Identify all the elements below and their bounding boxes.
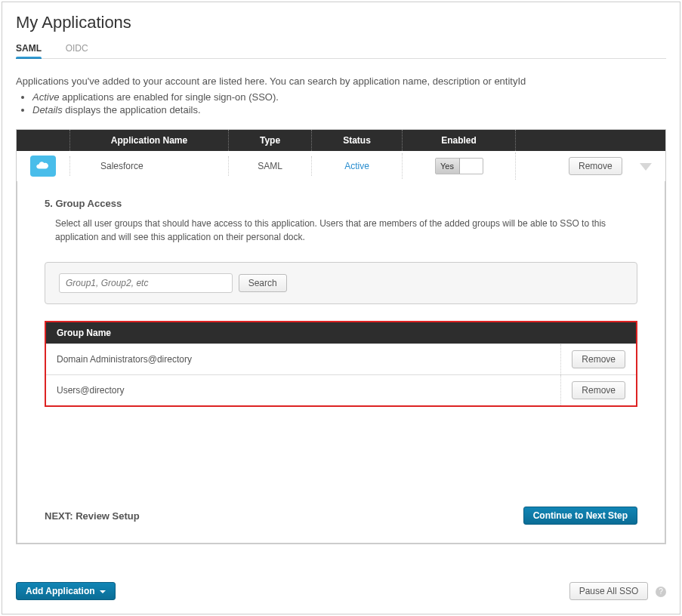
bullet-details: Details displays the application details…: [32, 104, 666, 116]
group-search-button[interactable]: Search: [239, 274, 287, 292]
header-status: Status: [311, 130, 402, 151]
tab-oidc[interactable]: OIDC: [66, 40, 88, 58]
group-row: Domain Administrators@directory Remove: [46, 343, 636, 374]
pause-all-sso-button[interactable]: Pause All SSO: [569, 582, 649, 600]
step-description: Select all user groups that should have …: [55, 217, 637, 244]
bullet-active-em: Active: [32, 91, 59, 103]
header-application-name: Application Name: [69, 130, 228, 151]
group-row: Users@directory Remove: [46, 374, 636, 405]
remove-app-button[interactable]: Remove: [569, 157, 622, 175]
tab-saml[interactable]: SAML: [16, 40, 42, 58]
step-title: 5. Group Access: [45, 198, 637, 209]
status-link[interactable]: Active: [344, 161, 369, 171]
tab-bar: SAML OIDC: [16, 40, 666, 59]
cell-type: SAML: [228, 156, 311, 176]
cell-app-name: Salesforce: [69, 156, 228, 176]
salesforce-cloud-icon: [30, 156, 56, 177]
help-icon[interactable]: ?: [656, 587, 666, 597]
bullet-details-rest: displays the application details.: [63, 104, 201, 116]
group-name: Domain Administrators@directory: [46, 346, 560, 372]
bullet-details-em: Details: [32, 104, 63, 116]
enabled-toggle[interactable]: Yes: [435, 158, 483, 174]
group-table-header: Group Name: [46, 322, 636, 343]
bullet-active: Active applications are enabled for sing…: [32, 91, 666, 103]
table-row: Salesforce SAML Active Yes Remove: [17, 151, 665, 181]
add-application-button[interactable]: Add Application: [16, 582, 116, 600]
header-type: Type: [228, 130, 311, 151]
intro-bullets: Active applications are enabled for sing…: [32, 91, 666, 116]
group-search-box: Search: [45, 262, 637, 304]
group-search-input[interactable]: [59, 273, 233, 293]
group-name: Users@directory: [46, 377, 560, 403]
remove-group-button[interactable]: Remove: [572, 350, 625, 368]
toggle-yes-label: Yes: [436, 159, 460, 174]
next-label: NEXT: Review Setup: [45, 510, 140, 522]
group-table: Group Name Domain Administrators@directo…: [45, 321, 637, 407]
detail-panel: 5. Group Access Select all user groups t…: [17, 181, 665, 544]
applications-table: Application Name Type Status Enabled Sal…: [16, 129, 666, 544]
bullet-active-rest: applications are enabled for single sign…: [59, 91, 279, 103]
expand-row-icon[interactable]: [640, 163, 652, 171]
intro-text: Applications you've added to your accoun…: [16, 75, 666, 87]
page-title: My Applications: [16, 13, 666, 32]
header-enabled: Enabled: [402, 130, 515, 151]
remove-group-button[interactable]: Remove: [572, 381, 625, 399]
table-header-row: Application Name Type Status Enabled: [17, 130, 665, 151]
continue-button[interactable]: Continue to Next Step: [523, 507, 637, 525]
